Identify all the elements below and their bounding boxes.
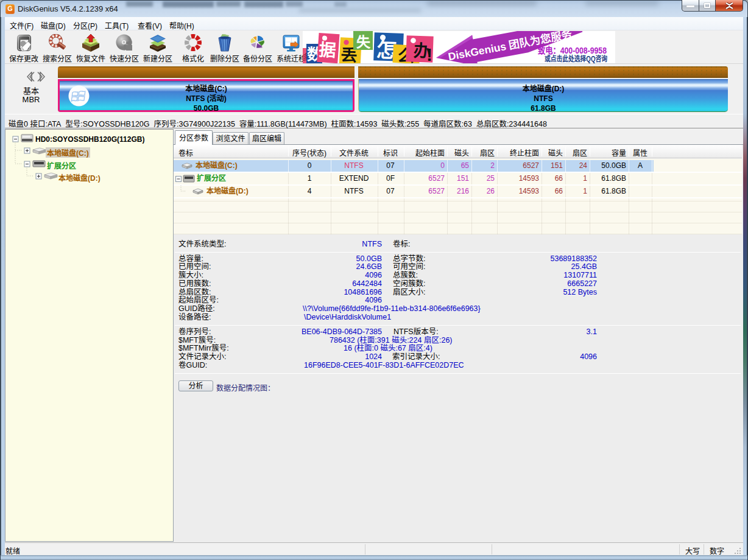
svg-text:致电：400-008-9958: 致电：400-008-9958 [538,45,607,55]
svg-text:据: 据 [318,36,337,61]
svg-text:失: 失 [356,31,371,51]
svg-text:或点击此处选择QQ咨询: 或点击此处选择QQ咨询 [545,54,607,63]
svg-text:!: ! [426,44,432,63]
